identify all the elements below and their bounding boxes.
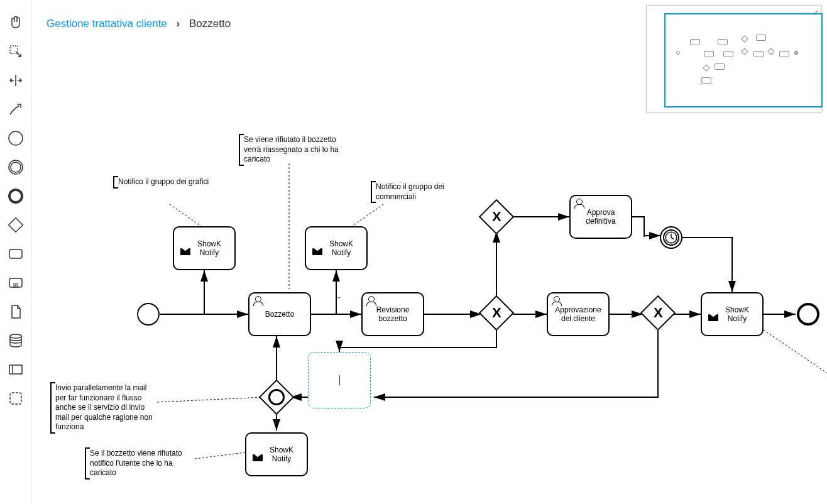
svg-point-9 <box>10 334 21 338</box>
task-notify-4[interactable]: ShowK Notify <box>245 432 308 476</box>
svg-point-3 <box>11 162 21 172</box>
user-icon <box>552 297 562 305</box>
text-cursor <box>339 375 340 385</box>
task-label: Revisione bozzetto <box>365 305 420 323</box>
task-label: Approva definitiva <box>573 208 628 226</box>
annotation-3[interactable]: Notifico il gruppo dei commerciali <box>371 182 478 202</box>
user-icon <box>253 297 263 305</box>
intermediate-event-icon[interactable] <box>6 157 26 177</box>
task-revisione[interactable]: Revisione bozzetto <box>361 292 424 336</box>
gateway-inclusive[interactable] <box>259 380 295 415</box>
breadcrumb-separator: › <box>177 18 180 30</box>
group-icon[interactable] <box>6 388 26 408</box>
task-notify-1[interactable]: ShowK Notify <box>173 226 236 270</box>
subprocess-icon[interactable] <box>6 273 26 293</box>
minimap-content <box>665 18 802 100</box>
connect-tool-icon[interactable] <box>6 99 26 119</box>
mail-icon <box>708 314 718 321</box>
gateway-exclusive-3[interactable] <box>640 295 676 331</box>
task-label: Approvazione del cliente <box>550 305 606 323</box>
canvas-area[interactable]: Gestione trattativa cliente › Bozzetto ⤢ <box>31 0 827 504</box>
participant-icon[interactable] <box>6 359 26 380</box>
end-event-icon[interactable] <box>6 186 26 206</box>
svg-rect-10 <box>9 365 22 374</box>
gateway-exclusive-2[interactable] <box>479 199 515 235</box>
task-label: ShowK Notify <box>319 239 364 257</box>
space-tool-icon[interactable] <box>6 70 26 90</box>
task-label: Bozzetto <box>265 310 295 319</box>
task-label: ShowK Notify <box>187 239 232 257</box>
mail-icon <box>312 248 322 255</box>
task-label: ShowK Notify <box>259 446 304 463</box>
data-object-icon[interactable] <box>6 302 26 322</box>
breadcrumb-parent-link[interactable]: Gestione trattativa cliente <box>47 18 167 30</box>
annotation-5[interactable]: Se il bozzetto viene rifiutato notifico … <box>85 449 192 478</box>
task-icon[interactable] <box>6 244 26 264</box>
breadcrumb-current: Bozzetto <box>189 18 231 30</box>
user-icon <box>574 199 584 208</box>
svg-rect-5 <box>8 218 23 233</box>
task-notify-3[interactable]: ShowK Notify <box>701 292 764 336</box>
task-notify-2[interactable]: ShowK Notify <box>305 226 368 270</box>
start-event[interactable] <box>137 303 160 326</box>
mail-icon <box>180 248 190 255</box>
resize-handle-icon[interactable]: ↔ <box>335 293 342 301</box>
svg-rect-6 <box>9 249 22 258</box>
gateway-exclusive-1[interactable] <box>479 295 515 331</box>
annotation-4[interactable]: Invio parallelamente la mail per far fun… <box>50 383 157 432</box>
lasso-tool-icon[interactable] <box>6 41 26 62</box>
svg-point-1 <box>9 131 23 145</box>
timer-event[interactable] <box>660 226 682 249</box>
toolbar <box>0 0 31 504</box>
svg-rect-12 <box>10 393 21 404</box>
start-event-icon[interactable] <box>6 128 26 148</box>
task-editing[interactable] <box>308 352 371 408</box>
task-bozzetto[interactable]: Bozzetto <box>248 292 311 336</box>
annotation-2[interactable]: Se viene rifiutato il bozzetto verrà ria… <box>239 135 346 165</box>
task-approvazione[interactable]: Approvazione del cliente <box>547 292 610 336</box>
task-label: ShowK Notify <box>715 305 760 323</box>
user-icon <box>366 297 376 305</box>
breadcrumb: Gestione trattativa cliente › Bozzetto <box>47 18 231 30</box>
gateway-icon[interactable] <box>6 215 26 235</box>
minimap[interactable]: ⤢ <box>646 5 822 113</box>
data-store-icon[interactable] <box>6 331 26 351</box>
mail-icon <box>253 454 263 461</box>
end-event[interactable] <box>797 303 819 326</box>
task-approva-definitiva[interactable]: Approva definitiva <box>569 195 632 239</box>
annotation-1[interactable]: Notifico il gruppo dei grafici <box>113 177 209 187</box>
svg-point-4 <box>9 190 22 202</box>
hand-tool-icon[interactable] <box>6 13 26 33</box>
